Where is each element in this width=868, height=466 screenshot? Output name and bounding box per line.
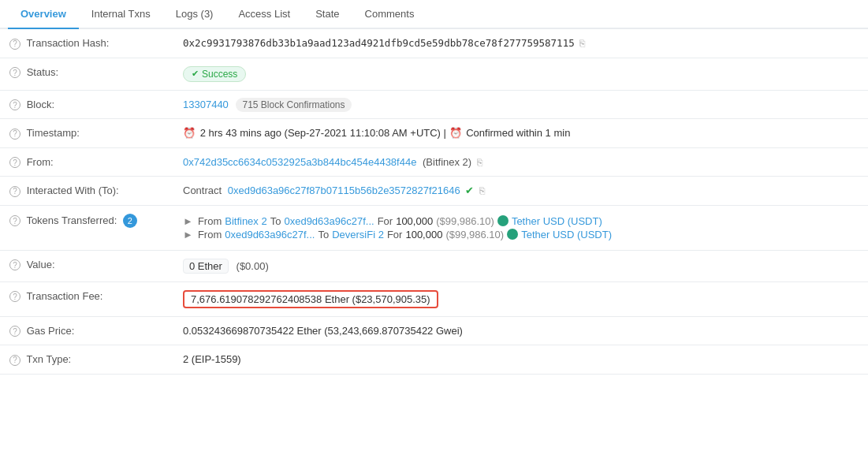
- token-1-name[interactable]: Tether USD (USDT): [512, 215, 602, 227]
- clock-icon-2: ⏰: [449, 127, 462, 139]
- tx-hash-value: 0x2c9931793876db33b1a9aad123ad4921dfb9cd…: [183, 37, 575, 49]
- value-help-icon[interactable]: ?: [9, 259, 20, 270]
- timestamp-row: ? Timestamp: ⏰ 2 hrs 43 mins ago (Sep-27…: [0, 119, 868, 148]
- token-2-from-label: From: [198, 229, 222, 240]
- token-2-name[interactable]: Tether USD (USDT): [521, 229, 612, 240]
- tx-hash-copy-icon[interactable]: ⎘: [579, 38, 585, 49]
- tab-state[interactable]: State: [303, 0, 352, 28]
- value-row: ? Value: 0 Ether ($0.00): [0, 250, 868, 281]
- from-name: (Bitfinex 2): [423, 156, 471, 168]
- confirmations-badge: 715 Block Confirmations: [236, 98, 351, 112]
- token-2-arrow: ►: [183, 229, 193, 240]
- token-2-amount: 100,000: [405, 229, 442, 240]
- tab-logs[interactable]: Logs (3): [163, 0, 226, 28]
- block-label-cell: ? Block:: [0, 90, 173, 119]
- token-1-for-label: For: [378, 215, 393, 227]
- tokens-count-badge: 2: [123, 214, 137, 228]
- tabs-container: Overview Internal Txns Logs (3) Access L…: [0, 0, 868, 29]
- block-value-cell: 13307440 715 Block Confirmations: [173, 90, 868, 119]
- from-copy-icon[interactable]: ⎘: [477, 157, 482, 168]
- value-usd: ($0.00): [237, 260, 269, 272]
- txn-type-help-icon[interactable]: ?: [9, 355, 20, 366]
- from-address-link[interactable]: 0x742d35cc6634c0532925a3b844bc454e4438f4…: [183, 156, 416, 168]
- token-1-from-label: From: [198, 215, 222, 227]
- tab-comments[interactable]: Comments: [352, 0, 427, 28]
- status-help-icon[interactable]: ?: [9, 67, 20, 78]
- tether-icon-1: [497, 215, 509, 226]
- fee-help-icon[interactable]: ?: [9, 291, 20, 302]
- interacted-prefix: Contract: [183, 185, 222, 196]
- value-amount: 0 Ether: [189, 260, 222, 272]
- tab-overview[interactable]: Overview: [8, 0, 79, 29]
- txn-type-value-cell: 2 (EIP-1559): [173, 345, 868, 375]
- status-badge: Success: [183, 66, 246, 82]
- token-2-to-addr[interactable]: DeversiFi 2: [332, 229, 384, 240]
- interacted-address-link[interactable]: 0xed9d63a96c27f87b07115b56b2e3572827f216…: [228, 185, 460, 196]
- interacted-help-icon[interactable]: ?: [9, 186, 20, 197]
- from-label-cell: ? From:: [0, 147, 173, 177]
- interacted-row: ? Interacted With (To): Contract 0xed9d6…: [0, 177, 868, 206]
- transaction-details-table: ? Transaction Hash: 0x2c9931793876db33b1…: [0, 29, 868, 375]
- timestamp-text: 2 hrs 43 mins ago (Sep-27-2021 11:10:08 …: [200, 127, 446, 139]
- tether-icon-2: [507, 229, 518, 240]
- token-1-arrow: ►: [183, 215, 193, 227]
- tokens-row: ? Tokens Transferred: 2 ► From Bitfinex …: [0, 205, 868, 250]
- timestamp-help-icon[interactable]: ?: [9, 129, 20, 140]
- gas-row: ? Gas Price: 0.053243669870735422 Ether …: [0, 316, 868, 345]
- value-label-cell: ? Value:: [0, 250, 173, 281]
- txn-type-row: ? Txn Type: 2 (EIP-1559): [0, 345, 868, 375]
- tokens-help-icon[interactable]: ?: [9, 215, 20, 226]
- value-ether-badge: 0 Ether: [183, 259, 229, 274]
- fee-value-cell: 7,676.619078292762408538 Ether ($23,570,…: [173, 281, 868, 316]
- tab-internal-txns[interactable]: Internal Txns: [79, 0, 163, 28]
- from-row: ? From: 0x742d35cc6634c0532925a3b844bc45…: [0, 147, 868, 177]
- status-row: ? Status: Success: [0, 58, 868, 90]
- tab-access-list[interactable]: Access List: [225, 0, 303, 28]
- tab-bar: Overview Internal Txns Logs (3) Access L…: [0, 0, 868, 29]
- token-1-to-addr[interactable]: 0xed9d63a96c27f...: [284, 215, 374, 227]
- block-help-icon[interactable]: ?: [9, 99, 20, 110]
- token-2-from-addr[interactable]: 0xed9d63a96c27f...: [225, 229, 315, 240]
- token-row-2: ► From 0xed9d63a96c27f... To DeversiFi 2…: [183, 229, 859, 240]
- from-value-cell: 0x742d35cc6634c0532925a3b844bc454e4438f4…: [173, 147, 868, 177]
- token-1-amount: 100,000: [396, 215, 433, 227]
- fee-value: 7,676.619078292762408538 Ether ($23,570,…: [191, 293, 430, 305]
- txn-type-value: 2 (EIP-1559): [183, 353, 241, 365]
- gas-value: 0.053243669870735422 Ether (53,243,669.8…: [183, 325, 463, 337]
- interacted-label-cell: ? Interacted With (To):: [0, 177, 173, 206]
- token-1-to-label: To: [270, 215, 281, 227]
- status-value-cell: Success: [173, 58, 868, 90]
- timestamp-value-cell: ⏰ 2 hrs 43 mins ago (Sep-27-2021 11:10:0…: [173, 119, 868, 148]
- token-2-usd: ($99,986.10): [445, 229, 504, 240]
- token-2-for-label: For: [387, 229, 403, 240]
- tokens-value-cell: ► From Bitfinex 2 To 0xed9d63a96c27f... …: [173, 205, 868, 250]
- tx-hash-row: ? Transaction Hash: 0x2c9931793876db33b1…: [0, 29, 868, 58]
- interacted-value-cell: Contract 0xed9d63a96c27f87b07115b56b2e35…: [173, 177, 868, 206]
- fee-value-box: 7,676.619078292762408538 Ether ($23,570,…: [183, 290, 438, 308]
- gas-label-cell: ? Gas Price:: [0, 316, 173, 345]
- tx-hash-label: ? Transaction Hash:: [0, 29, 173, 58]
- block-row: ? Block: 13307440 715 Block Confirmation…: [0, 90, 868, 119]
- value-value-cell: 0 Ether ($0.00): [173, 250, 868, 281]
- gas-help-icon[interactable]: ?: [9, 326, 20, 337]
- status-label-cell: ? Status:: [0, 58, 173, 90]
- clock-icon: ⏰: [183, 127, 196, 139]
- gas-value-cell: 0.053243669870735422 Ether (53,243,669.8…: [173, 316, 868, 345]
- tokens-label-cell: ? Tokens Transferred: 2: [0, 205, 173, 250]
- token-1-from-addr[interactable]: Bitfinex 2: [225, 215, 266, 227]
- interacted-copy-icon[interactable]: ⎘: [479, 185, 485, 196]
- verified-icon: ✔: [465, 185, 474, 196]
- fee-label-cell: ? Transaction Fee:: [0, 281, 173, 316]
- token-1-usd: ($99,986.10): [436, 215, 494, 227]
- block-number-link[interactable]: 13307440: [183, 99, 229, 110]
- tx-hash-value-cell: 0x2c9931793876db33b1a9aad123ad4921dfb9cd…: [173, 29, 868, 58]
- from-help-icon[interactable]: ?: [9, 157, 20, 168]
- timestamp-confirmed: Confirmed within 1 min: [466, 127, 570, 139]
- tx-hash-help-icon[interactable]: ?: [9, 39, 20, 50]
- token-2-to-label: To: [318, 229, 329, 240]
- token-row-1: ► From Bitfinex 2 To 0xed9d63a96c27f... …: [183, 215, 859, 227]
- fee-row: ? Transaction Fee: 7,676.619078292762408…: [0, 281, 868, 316]
- timestamp-label-cell: ? Timestamp:: [0, 119, 173, 148]
- txn-type-label-cell: ? Txn Type:: [0, 345, 173, 375]
